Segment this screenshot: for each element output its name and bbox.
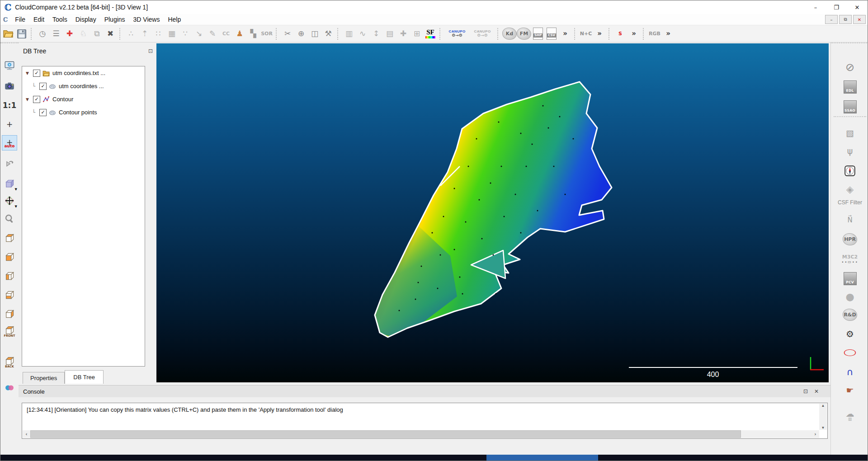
add-constant-sf-button[interactable]: ✚ [396,27,410,41]
tree-expander-icon[interactable]: ▼ [26,71,33,75]
checkerboard-subsample-button[interactable]: ▚ [246,27,260,41]
properties-list-button[interactable]: ☰ [49,27,63,41]
overflow-3-button[interactable]: » [627,27,641,41]
minimize-button[interactable]: – [805,0,826,14]
tree-item[interactable]: ▼✓Contour [22,93,145,106]
close-button[interactable]: ✕ [847,0,868,14]
scroll-right-icon[interactable]: › [811,431,819,437]
normals-compute-button[interactable]: N+C [579,27,593,41]
mdi-close-button[interactable]: ✕ [853,15,866,24]
ransac-button[interactable]: R&D [831,307,868,322]
scrollbar-thumb[interactable] [30,430,741,438]
view-right-button[interactable] [2,306,17,321]
tree-expander-icon[interactable]: ▼ [26,97,33,102]
zoom-1-1-button[interactable]: 1:1 [2,98,17,113]
menu-plugins[interactable]: Plugins [100,15,129,24]
subsample-grid-button[interactable]: ▦ [165,27,179,41]
clone-button[interactable]: ⧉ [90,27,104,41]
view-top-button[interactable] [2,230,17,245]
mdi-restore-button[interactable]: ⧉ [839,15,852,24]
view-left-button[interactable] [2,268,17,283]
dropdown-arrow-icon[interactable]: ▼ [15,205,17,208]
canupo-classify-button[interactable]: CANUPO⚙→⚙ [470,27,495,41]
console-close-icon[interactable]: ✕ [814,388,819,395]
menu-edit[interactable]: Edit [29,15,48,24]
tree-checkbox[interactable]: ✓ [33,70,40,77]
animation-button[interactable]: ▧ [831,125,868,141]
mdi-minimize-button[interactable]: – [825,15,838,24]
normals-arrow-button[interactable]: N [831,211,868,226]
sf-color-scale-button[interactable]: SF [424,27,437,41]
cloud-measure-button[interactable]: ☁ [831,407,868,423]
canupo-create-button[interactable]: CANUPO⚙→⚙ [444,27,470,41]
octree-button[interactable]: ♟ [233,27,246,41]
menu-display[interactable]: Display [71,15,100,24]
stereo-button[interactable] [2,380,17,395]
auto-rotation-center-button[interactable]: +auto [2,135,17,151]
save-button[interactable] [15,27,28,41]
rotate-camera-button[interactable] [2,156,17,171]
tree-checkbox[interactable]: ✓ [33,96,40,103]
gears-button[interactable]: ⚙ [831,326,868,342]
tree-checkbox[interactable]: ✓ [39,109,47,116]
trace-polyline-button[interactable]: ✎ [206,27,219,41]
clean-broom-button[interactable]: ψ [831,143,868,159]
csv-export-button[interactable]: CSV [545,27,558,41]
clipping-box-button[interactable]: ◫ [308,27,321,41]
statistics-button[interactable]: ▤ [383,27,396,41]
pivot-visibility-button[interactable]: ▼ [2,193,17,208]
delete-button[interactable]: ✖ [104,27,117,41]
screenshot-button[interactable] [2,78,17,94]
console-float-icon[interactable]: ⊡ [803,388,808,395]
spline-button[interactable]: S [613,27,627,41]
taskbar-active-app[interactable] [486,455,598,461]
os-taskbar[interactable] [0,455,868,461]
db-tree-float-icon[interactable]: ⊡ [148,48,153,54]
overflow-4-button[interactable]: » [661,27,675,41]
menu-3d-views[interactable]: 3D Views [129,15,164,24]
open-button[interactable] [1,27,15,41]
hpr-button[interactable]: HPR [831,231,868,247]
facets-button[interactable]: FM [517,27,531,41]
curve-stats-button[interactable]: ∿ [356,27,369,41]
magnet-button[interactable]: ∩ [831,364,868,380]
3d-viewport[interactable]: 400 [156,43,829,382]
console-horizontal-scrollbar[interactable]: ‹ › [23,430,819,438]
pick-rotation-center-button[interactable]: ◷ [36,27,49,41]
global-zoom-button[interactable] [2,211,17,226]
shp-export-button[interactable]: SHP [531,27,545,41]
overflow-2-button[interactable]: » [593,27,606,41]
scroll-down-icon[interactable]: ▼ [821,426,825,430]
menu-tools[interactable]: Tools [48,15,71,24]
console-vertical-scrollbar[interactable]: ▲ ▼ [819,404,827,430]
no-filter-button[interactable]: ⊘ [831,60,868,75]
sf-calculator-button[interactable]: ⊞ [410,27,424,41]
noise-filter-button[interactable]: ∵ [179,27,192,41]
tab-properties[interactable]: Properties [23,372,65,384]
fit-bbox-button[interactable]: ▼ [2,176,17,191]
ssao-filter-button[interactable]: SSAO [831,99,868,114]
display-options-button[interactable] [2,58,17,73]
m3c2-button[interactable]: M3C2∙∙▭∙∙ [831,249,868,269]
ellipse-fit-button[interactable]: ◯ [831,348,868,357]
view-iso-front-button[interactable]: FRONT [2,321,17,341]
set-rotation-center-button[interactable]: + [2,117,17,132]
scroll-up-icon[interactable]: ▲ [821,404,825,408]
scroll-left-icon[interactable]: ‹ [23,431,30,437]
menu-file[interactable]: File [11,15,29,24]
interactive-transform-button[interactable]: ⚒ [321,27,335,41]
histogram-button[interactable]: ▥ [342,27,356,41]
segment-extract-button[interactable]: ↘ [192,27,206,41]
tree-item[interactable]: ▼✓utm coordintes.txt ... [22,66,145,80]
point-list-picking-button[interactable]: ⇡ [138,27,151,41]
sor-filter-button[interactable]: SOR [260,27,274,41]
hand-pick-button[interactable]: ☛ [831,382,868,398]
animal-button[interactable]: ♘ [76,27,90,41]
compass-button[interactable] [831,163,868,179]
pcv-button[interactable]: PCV [831,271,868,286]
cross-section-button[interactable]: CC [219,27,233,41]
tab-db-tree[interactable]: DB Tree [65,370,104,384]
tree-checkbox[interactable]: ✓ [39,83,47,90]
rgb-button[interactable]: RGB [648,27,661,41]
min-max-button[interactable]: ↕ [369,27,383,41]
